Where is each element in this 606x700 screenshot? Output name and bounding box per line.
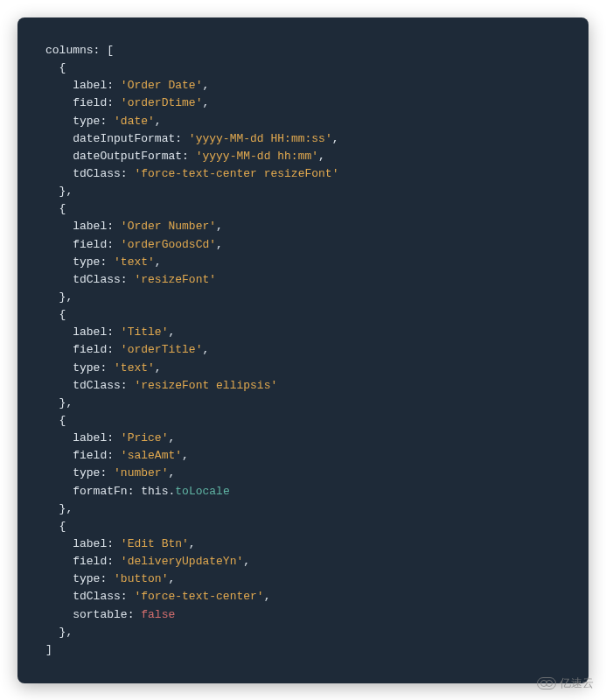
- watermark: 亿速云: [537, 676, 594, 691]
- watermark-text: 亿速云: [560, 676, 594, 691]
- code-block: columns: [ { label: 'Order Date', field:…: [17, 18, 589, 683]
- watermark-icon: [537, 677, 556, 690]
